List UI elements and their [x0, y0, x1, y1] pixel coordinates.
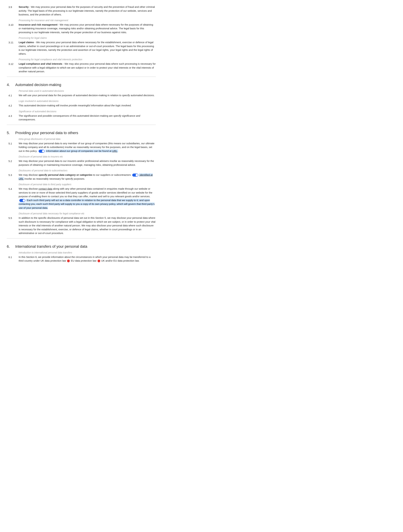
subsection-5-4: 5.4 We may disclose contact data along w…: [7, 187, 156, 210]
subsection-text-4-1-before: We will use your personal data for the p…: [19, 94, 122, 97]
red-circle-6-1-a: [67, 260, 70, 262]
subsection-text-4-2-italic: provide meaningful information about the…: [69, 104, 131, 107]
section-5-number: 5.: [7, 130, 15, 136]
subsection-4-3: 4.3 The significance and possible conseq…: [7, 114, 156, 121]
toggle-5-4[interactable]: [19, 199, 25, 202]
section-5-header: 5. Providing your personal data to other…: [7, 130, 156, 136]
subsection-text-5-1-b: Information about our group of companies…: [45, 150, 118, 152]
subsection-text-3-11: - We may process your personal data wher…: [19, 41, 154, 55]
subsection-content-3-9: Security - We may process your personal …: [19, 5, 156, 17]
url-5-1: URL: [112, 150, 117, 152]
section-4-number: 4.: [7, 82, 15, 88]
subsection-text-5-4-a: We may disclose: [19, 187, 38, 190]
subsection-content-4-3: The significance and possible consequenc…: [19, 114, 156, 121]
subsection-5-2: 5.2 We may disclose your personal data t…: [7, 159, 156, 167]
subsection-number-5-4: 5.4: [8, 187, 19, 210]
sublabel-5-3: Disclosures of personal data to subcontr…: [7, 169, 156, 172]
subsection-title-3-11: Legal claims: [19, 41, 34, 44]
subsection-content-5-1: We may disclose your personal data to an…: [19, 142, 156, 153]
section-5-title: Providing your personal data to others: [15, 130, 78, 136]
subsection-text-5-3-c: identified at: [139, 173, 153, 176]
subsection-number-5-5: 5.5: [8, 216, 19, 235]
subsection-title-3-10: Insurance and risk management: [19, 23, 57, 26]
subsection-number-3-11: 3.11: [8, 40, 19, 56]
subsection-number-3-12: 3.12: [8, 62, 19, 74]
subsection-content-4-1: We will use your personal data for the p…: [19, 94, 156, 98]
subsection-text-6-1-c: UK and/or EU data protection law.: [101, 259, 139, 262]
section-6-title: International transfers of your personal…: [15, 244, 87, 249]
subsection-4-2: 4.2 This automated decision-making will …: [7, 104, 156, 108]
sublabel-5-1: Intra-group disclosures of personal data: [7, 137, 156, 141]
sublabel-4-3: Significance of automated decisions: [7, 110, 156, 113]
subsection-text-4-2-before: This automated decision-making will invo…: [19, 104, 69, 107]
subsection-text-3-9: - We may process your personal data for …: [19, 6, 155, 16]
sublabel-5-5: Disclosure of personal data necessary fo…: [7, 212, 156, 215]
toggle-5-3[interactable]: [132, 174, 138, 177]
subsection-content-3-11: Legal claims - We may process your perso…: [19, 40, 156, 56]
red-circle-6-1-b: [98, 260, 100, 262]
sublabel-4-1: Personal data used in automated decision…: [7, 89, 156, 93]
subsection-5-5: 5.5 In addition to the specific disclosu…: [7, 216, 156, 235]
sublabel-6-1: Introduction to international personal d…: [7, 251, 156, 254]
subsection-content-4-2: This automated decision-making will invo…: [19, 104, 156, 108]
subsection-text-5-3-d: insofar as reasonably necessary for: [24, 177, 65, 180]
subsection-text-5-3-bold: specify personal data category or catego…: [38, 173, 92, 176]
subsection-number-4-1: 4.1: [8, 94, 19, 98]
url-5-3: URL: [19, 177, 24, 180]
subsection-text-5-2: We may disclose your personal data to ou…: [19, 159, 154, 166]
section-4-header: 4. Automated decision-making: [7, 82, 156, 88]
subsection-content-5-2: We may disclose your personal data to ou…: [19, 159, 156, 167]
divider-5: [7, 125, 156, 125]
subsection-text-5-3-e: specify purposes.: [65, 177, 85, 180]
subsection-text-5-4-c: Each such third party will act as a data…: [19, 199, 155, 209]
section-6-header: 6. International transfers of your perso…: [7, 244, 156, 249]
contact-data-5-4: contact data: [38, 187, 52, 190]
subsection-text-5-3-b: to our suppliers or subcontractors: [92, 173, 132, 176]
subsection-number-5-1: 5.1: [8, 142, 19, 153]
sublabel-legal-compliance: Processing for legal compliance and vita…: [7, 58, 156, 61]
subsection-number-3-10: 3.10: [8, 23, 19, 34]
sublabel-5-4: Disclosure of personal data to third par…: [7, 183, 156, 186]
subsection-5-3: 5.3 We may disclose specify personal dat…: [7, 173, 156, 181]
toggle-5-1[interactable]: [39, 150, 45, 153]
subsection-text-5-5: In addition to the specific disclosures …: [19, 216, 155, 234]
subsection-6-1: 6.1 In this Section 6, we provide inform…: [7, 255, 156, 263]
subsection-content-5-5: In addition to the specific disclosures …: [19, 216, 156, 235]
sublabel-5-2: Disclosure of personal data to insurers …: [7, 155, 156, 158]
subsection-content-6-1: In this Section 6, we provide informatio…: [19, 255, 156, 263]
divider-4: [7, 76, 156, 77]
subsection-number-3-9: 3.9: [8, 5, 19, 17]
section-3-11: 3.11 Legal claims - We may process your …: [7, 40, 156, 56]
subsection-content-3-10: Insurance and risk management - We may p…: [19, 23, 156, 34]
subsection-text-4-1-italic: specify automated decisions.: [122, 94, 155, 97]
subsection-number-4-2: 4.2: [8, 104, 19, 108]
subsection-number-5-2: 5.2: [8, 159, 19, 167]
subsection-content-5-4: We may disclose contact data along with …: [19, 187, 156, 210]
sublabel-legal-claims: Processing for legal claims: [7, 36, 156, 40]
subsection-text-6-1-b: EU data protection law: [70, 259, 97, 262]
section-4-title: Automated decision-making: [15, 82, 61, 88]
subsection-title-3-9: Security: [19, 6, 29, 8]
sublabel-4-2: Logic involved in automated decisions: [7, 99, 156, 103]
subsection-number-5-3: 5.3: [8, 173, 19, 181]
divider-6: [7, 238, 156, 239]
section-3-10: 3.10 Insurance and risk management - We …: [7, 23, 156, 34]
subsection-content-3-12: Legal compliance and vital interests - W…: [19, 62, 156, 74]
subsection-5-1: 5.1 We may disclose your personal data t…: [7, 142, 156, 153]
subsection-title-3-12: Legal compliance and vital interests: [19, 62, 62, 65]
subsection-number-6-1: 6.1: [8, 255, 19, 263]
section-6-number: 6.: [7, 244, 15, 249]
subsection-text-5-3-a: We may disclose: [19, 173, 38, 176]
subsection-text-4-3-before: The significance and possible consequenc…: [19, 114, 113, 117]
subsection-content-5-3: We may disclose specify personal data ca…: [19, 173, 156, 181]
subsection-4-1: 4.1 We will use your personal data for t…: [7, 94, 156, 98]
sublabel-insurance: Processing for insurance and risk manage…: [7, 19, 156, 22]
subsection-number-4-3: 4.3: [8, 114, 19, 121]
section-3-9: 3.9 Security - We may process your perso…: [7, 5, 156, 17]
section-3-12: 3.12 Legal compliance and vital interest…: [7, 62, 156, 74]
